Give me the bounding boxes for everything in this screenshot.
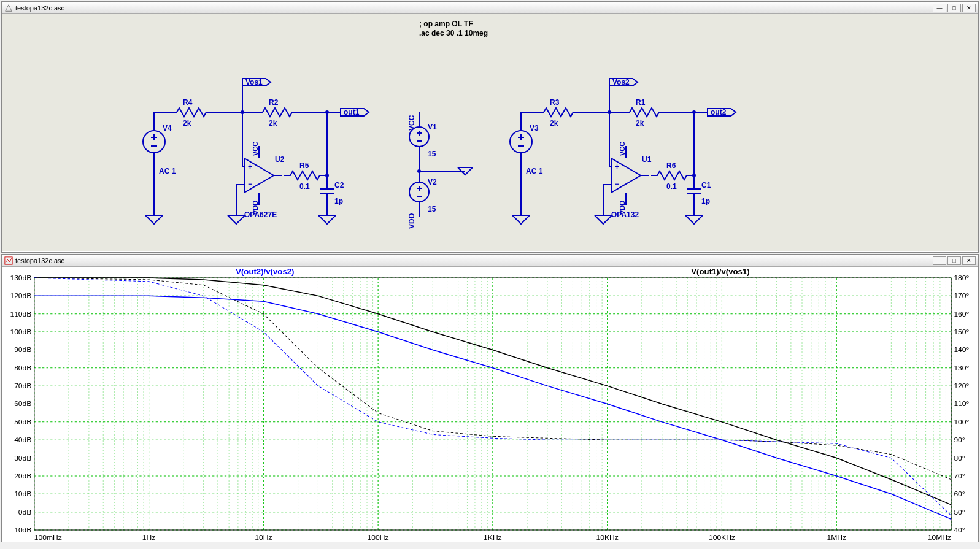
svg-text:30dB: 30dB bbox=[14, 455, 32, 461]
svg-text:50°: 50° bbox=[954, 509, 965, 515]
svg-text:Vos1: Vos1 bbox=[245, 78, 263, 86]
svg-text:AC 1: AC 1 bbox=[159, 167, 176, 175]
close-button[interactable]: ✕ bbox=[962, 256, 976, 265]
svg-text:20dB: 20dB bbox=[14, 472, 32, 479]
svg-text:80°: 80° bbox=[954, 455, 965, 461]
svg-text:2k: 2k bbox=[636, 119, 644, 128]
netlabel-out1[interactable]: out1 bbox=[341, 108, 369, 117]
ground-icon bbox=[145, 215, 163, 224]
svg-text:R6: R6 bbox=[666, 161, 676, 170]
svg-text:VDD: VDD bbox=[619, 201, 626, 215]
svg-text:U2: U2 bbox=[275, 155, 285, 164]
svg-text:10dB: 10dB bbox=[14, 491, 32, 497]
component-R4[interactable]: R4 2k bbox=[168, 98, 215, 128]
spice-directive-ac[interactable]: .ac dec 30 .1 10meg bbox=[419, 29, 488, 37]
svg-text:-10dB: -10dB bbox=[12, 526, 32, 533]
svg-text:out2: out2 bbox=[711, 108, 727, 117]
component-U2[interactable]: + − U2 OPA627E VCC VDD bbox=[242, 142, 285, 219]
maximize-button[interactable]: □ bbox=[947, 4, 961, 12]
svg-text:150°: 150° bbox=[954, 329, 969, 336]
svg-text:100dB: 100dB bbox=[10, 329, 31, 336]
component-R1[interactable]: R1 2k bbox=[620, 98, 668, 128]
svg-text:R2: R2 bbox=[269, 98, 279, 107]
component-R2[interactable]: R2 2k bbox=[253, 98, 301, 128]
svg-text:VCC: VCC bbox=[619, 142, 626, 156]
svg-text:120dB: 120dB bbox=[10, 293, 31, 299]
svg-text:V1: V1 bbox=[428, 123, 437, 131]
svg-point-81 bbox=[510, 131, 532, 153]
trace-legend-1[interactable]: V(out2)/v(vos2) bbox=[236, 268, 294, 276]
schematic-canvas[interactable]: ; op amp OL TF .ac dec 30 .1 10meg Vos1 … bbox=[2, 14, 978, 251]
svg-text:70dB: 70dB bbox=[14, 383, 32, 390]
spice-comment[interactable]: ; op amp OL TF bbox=[419, 20, 473, 28]
minimize-button[interactable]: — bbox=[933, 4, 946, 12]
app-icon bbox=[4, 4, 13, 12]
svg-text:170°: 170° bbox=[954, 293, 969, 299]
svg-text:1p: 1p bbox=[334, 197, 343, 205]
component-U1[interactable]: + − U1 OPA132 VCC VDD bbox=[609, 142, 652, 219]
svg-text:10MHz: 10MHz bbox=[928, 534, 952, 540]
svg-point-49 bbox=[409, 127, 429, 147]
close-button[interactable]: ✕ bbox=[962, 4, 976, 12]
svg-text:10KHz: 10KHz bbox=[596, 534, 619, 540]
svg-text:+: + bbox=[248, 163, 252, 171]
svg-point-59 bbox=[409, 182, 429, 202]
svg-text:90dB: 90dB bbox=[14, 347, 32, 353]
component-R5[interactable]: R5 0.1 bbox=[284, 161, 326, 191]
svg-text:V2: V2 bbox=[428, 178, 437, 186]
svg-text:1KHz: 1KHz bbox=[484, 534, 502, 540]
component-V2[interactable]: V2 15 bbox=[409, 171, 437, 213]
svg-text:VDD: VDD bbox=[252, 201, 259, 215]
svg-text:0.1: 0.1 bbox=[666, 182, 677, 191]
circuit-right: Vos2 R3 2k R1 2k bbox=[510, 78, 736, 224]
trace-legend-2[interactable]: V(out1)/v(vos1) bbox=[691, 268, 749, 276]
component-R6[interactable]: R6 0.1 bbox=[651, 161, 693, 191]
power-supplies: VCC V1 15 V2 bbox=[407, 112, 473, 229]
svg-text:100KHz: 100KHz bbox=[709, 534, 735, 540]
svg-text:U1: U1 bbox=[642, 155, 652, 164]
svg-text:140°: 140° bbox=[954, 347, 969, 353]
svg-text:AC 1: AC 1 bbox=[526, 167, 543, 175]
svg-text:15: 15 bbox=[428, 205, 436, 213]
svg-text:90°: 90° bbox=[954, 437, 965, 443]
svg-text:+: + bbox=[615, 163, 619, 171]
schematic-window: testopa132c.asc — □ ✕ ; op amp OL TF .ac… bbox=[1, 1, 979, 253]
svg-text:100Hz: 100Hz bbox=[368, 534, 389, 540]
svg-text:130dB: 130dB bbox=[10, 274, 31, 281]
circuit-left: Vos1 R4 2k R2 2k bbox=[143, 78, 369, 224]
svg-point-16 bbox=[143, 131, 165, 153]
schematic-titlebar: testopa132c.asc — □ ✕ bbox=[2, 2, 978, 14]
netlabel-vos2[interactable]: Vos2 bbox=[609, 78, 638, 112]
svg-text:110dB: 110dB bbox=[10, 310, 31, 317]
svg-text:0dB: 0dB bbox=[18, 509, 32, 515]
component-C1[interactable]: C1 1p bbox=[687, 175, 711, 215]
schematic-title: testopa132c.asc bbox=[15, 4, 64, 12]
svg-text:130°: 130° bbox=[954, 364, 969, 371]
svg-text:R4: R4 bbox=[183, 98, 193, 107]
plot-icon bbox=[4, 256, 13, 265]
minimize-button[interactable]: — bbox=[933, 256, 946, 265]
maximize-button[interactable]: □ bbox=[947, 256, 961, 265]
svg-text:50dB: 50dB bbox=[14, 418, 32, 425]
svg-text:160°: 160° bbox=[954, 310, 969, 317]
svg-text:C2: C2 bbox=[334, 181, 344, 190]
component-V3[interactable]: V3 AC 1 bbox=[510, 112, 543, 215]
svg-text:R3: R3 bbox=[550, 98, 560, 107]
vdd-label: VDD bbox=[407, 213, 416, 229]
svg-text:Vos2: Vos2 bbox=[612, 78, 630, 86]
netlabel-out2[interactable]: out2 bbox=[708, 108, 736, 117]
plot-canvas[interactable]: 130dB180°120dB170°110dB160°100dB150°90dB… bbox=[2, 267, 978, 542]
svg-marker-0 bbox=[6, 4, 12, 11]
svg-text:C1: C1 bbox=[701, 181, 711, 190]
svg-text:100°: 100° bbox=[954, 418, 969, 425]
component-V4[interactable]: V4 AC 1 bbox=[143, 112, 176, 215]
svg-text:0.1: 0.1 bbox=[299, 182, 310, 191]
svg-text:2k: 2k bbox=[183, 119, 191, 128]
plot-titlebar: testopa132c.asc — □ ✕ bbox=[2, 255, 978, 267]
svg-text:2k: 2k bbox=[550, 119, 558, 128]
svg-text:180°: 180° bbox=[954, 274, 969, 281]
component-R3[interactable]: R3 2k bbox=[534, 98, 582, 128]
component-C2[interactable]: C2 1p bbox=[320, 175, 344, 215]
netlabel-vos1[interactable]: Vos1 bbox=[242, 78, 271, 112]
svg-text:40dB: 40dB bbox=[14, 437, 32, 443]
